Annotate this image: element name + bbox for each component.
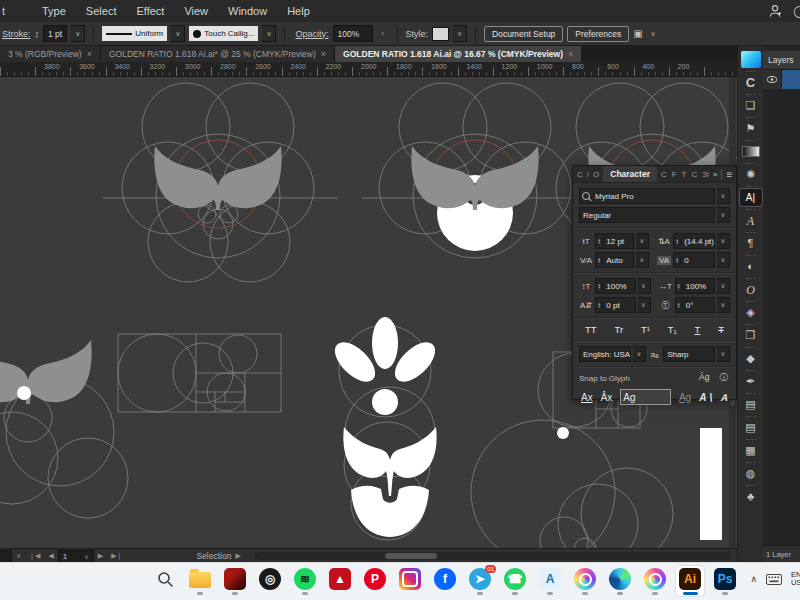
document-setup-button[interactable]: Document Setup bbox=[484, 26, 563, 42]
cc-libraries-icon[interactable]: C bbox=[740, 74, 762, 91]
style-swatch[interactable] bbox=[432, 27, 449, 41]
chevron-down-icon[interactable]: ∨ bbox=[647, 26, 660, 41]
touch-keyboard-icon[interactable] bbox=[766, 574, 782, 585]
kerning-field[interactable]: ▴▾Auto bbox=[595, 252, 634, 268]
whatsapp[interactable]: ☎ bbox=[501, 566, 529, 596]
panel-menu-icon[interactable]: ≡ bbox=[721, 169, 732, 180]
affinity-designer[interactable]: A bbox=[536, 566, 564, 596]
brushes-icon[interactable]: ✒ bbox=[740, 373, 762, 390]
anti-alias-field[interactable]: Sharp bbox=[663, 346, 715, 362]
snap-glyph-button[interactable]: Ag bbox=[620, 389, 671, 405]
spotify[interactable]: ≋ bbox=[291, 566, 319, 596]
character-rotation-field[interactable]: ▴▾0° bbox=[675, 297, 716, 313]
font-size-field[interactable]: ▴▾12 pt bbox=[595, 233, 634, 249]
zoom-field-clipped[interactable] bbox=[0, 550, 12, 563]
language-indicator[interactable]: ENUS bbox=[791, 571, 800, 587]
menu-view[interactable]: View bbox=[174, 5, 218, 17]
creative-cloud-2[interactable] bbox=[641, 566, 669, 596]
share-account-icon[interactable] bbox=[769, 4, 783, 18]
snap-glyph-button[interactable]: Ax bbox=[581, 392, 593, 403]
snap-glyph-button[interactable]: A bbox=[719, 392, 729, 403]
illustrator[interactable]: Ai bbox=[676, 566, 704, 596]
chevron-down-icon[interactable]: ∨ bbox=[262, 25, 276, 42]
chevron-down-icon[interactable]: ∨ bbox=[717, 297, 730, 313]
snap-header-icon[interactable]: Āg bbox=[699, 372, 709, 384]
chevron-down-icon[interactable]: ∨ bbox=[71, 25, 85, 42]
paragraph-icon[interactable]: ¶ bbox=[740, 235, 762, 252]
brush-definition-dropdown[interactable]: Touch Callig... bbox=[189, 26, 258, 41]
horizontal-scale-field[interactable]: ▴▾100% bbox=[675, 278, 716, 294]
language-field[interactable]: English: USA bbox=[579, 346, 631, 362]
snap-glyph-button[interactable]: Ag bbox=[679, 392, 691, 403]
case-plain-button[interactable]: Tr bbox=[614, 324, 623, 335]
previous-artboard-button[interactable]: ◀ bbox=[44, 552, 57, 560]
3d-materials-icon[interactable]: ◈ bbox=[740, 304, 762, 321]
gradient-icon[interactable] bbox=[740, 143, 762, 160]
chevron-down-icon[interactable]: ∨ bbox=[717, 233, 730, 249]
version-history-icon[interactable]: ◍ bbox=[740, 465, 762, 482]
search-button[interactable] bbox=[151, 566, 179, 596]
first-artboard-button[interactable]: ❘◀ bbox=[25, 552, 44, 560]
horizontal-scrollbar[interactable] bbox=[255, 552, 731, 560]
clipped-search-icon[interactable]: ◯ bbox=[793, 4, 800, 18]
chevron-down-icon[interactable]: ∨ bbox=[171, 25, 185, 42]
chevron-down-icon[interactable]: ∨ bbox=[717, 207, 730, 223]
snap-glyph-button[interactable]: Âx bbox=[601, 392, 613, 403]
close-icon[interactable]: × bbox=[568, 49, 573, 59]
appearance-icon[interactable]: ✺ bbox=[740, 166, 762, 183]
document-tab[interactable]: GOLDEN RATIO 1.618 Ai.ai* @ 25 % (CMYK/P… bbox=[101, 45, 335, 62]
menu-help[interactable]: Help bbox=[277, 5, 320, 17]
visibility-eye-icon[interactable] bbox=[763, 70, 782, 89]
glyphs-icon[interactable]: A bbox=[740, 212, 762, 229]
document-tab[interactable]: 3 % (RGB/Preview)× bbox=[0, 45, 101, 62]
vertical-scale-field[interactable]: ▴▾100% bbox=[595, 278, 636, 294]
stroke-label[interactable]: Stroke: bbox=[2, 29, 31, 39]
comments-icon[interactable]: ❒ bbox=[740, 327, 762, 344]
last-artboard-button[interactable]: ▶❘ bbox=[107, 552, 126, 560]
case-plain-button[interactable]: T¹ bbox=[641, 324, 650, 335]
start-button[interactable] bbox=[116, 566, 144, 596]
symbols-icon[interactable]: ◆ bbox=[740, 350, 762, 367]
panel-overflow-icon[interactable]: » bbox=[713, 170, 717, 179]
artboard-number-field[interactable]: 1∨ bbox=[58, 550, 94, 563]
panel-tab-fragment[interactable]: C bbox=[661, 170, 667, 179]
tray-expand-icon[interactable]: ∧ bbox=[750, 574, 757, 584]
microsoft-edge[interactable] bbox=[606, 566, 634, 596]
baseline-shift-field[interactable]: ▴▾0 pt bbox=[595, 297, 636, 313]
chevron-down-icon[interactable]: ∨ bbox=[453, 25, 467, 42]
instagram[interactable] bbox=[396, 566, 424, 596]
tracking-field[interactable]: ▴▾0 bbox=[673, 252, 715, 268]
menu-select[interactable]: Select bbox=[76, 5, 127, 17]
facebook[interactable]: f bbox=[431, 566, 459, 596]
panel-tab-fragment[interactable]: / bbox=[587, 170, 589, 179]
layers-panel-tab[interactable]: Layers bbox=[763, 51, 800, 70]
next-artboard-button[interactable]: ▶ bbox=[94, 552, 107, 560]
pattern-icon[interactable]: ♣ bbox=[740, 488, 762, 505]
home-thumbnail-icon[interactable] bbox=[741, 51, 761, 68]
isolate-icon[interactable]: ▣ bbox=[633, 28, 642, 39]
acrobat-reader[interactable]: ▲ bbox=[326, 566, 354, 596]
layer-row[interactable] bbox=[763, 70, 800, 89]
obs-studio[interactable]: ◎ bbox=[256, 566, 284, 596]
transform-icon[interactable]: ▦ bbox=[740, 442, 762, 459]
menu-window[interactable]: Window bbox=[218, 5, 277, 17]
opentype-icon[interactable]: O bbox=[740, 281, 762, 298]
font-style-field[interactable]: Regular bbox=[579, 207, 715, 223]
creative-cloud[interactable] bbox=[571, 566, 599, 596]
preferences-button[interactable]: Preferences bbox=[567, 26, 629, 42]
leading-field[interactable]: ▴▾(14.4 pt) bbox=[673, 233, 715, 249]
panel-tab-fragment[interactable]: C bbox=[577, 170, 583, 179]
opacity-field[interactable]: 100% bbox=[333, 25, 373, 42]
snap-glyph-button[interactable]: A∖ bbox=[699, 392, 713, 403]
file-explorer[interactable] bbox=[186, 566, 214, 596]
transparency-icon[interactable]: ◐ bbox=[740, 258, 762, 275]
telegram[interactable]: ➤01 bbox=[466, 566, 494, 596]
horizontal-ruler[interactable]: 3800360034003200300028002600240022002000… bbox=[0, 62, 737, 77]
artboards-icon[interactable]: ❏ bbox=[740, 97, 762, 114]
character-tab[interactable]: Character bbox=[603, 166, 657, 182]
chevron-down-icon[interactable]: ∨ bbox=[717, 188, 730, 204]
stroke-stepper[interactable]: ▴▾ bbox=[35, 30, 40, 38]
close-icon[interactable]: × bbox=[321, 49, 326, 59]
opacity-expand-icon[interactable]: › bbox=[377, 26, 389, 41]
case-plain-button[interactable]: TT bbox=[585, 324, 597, 335]
